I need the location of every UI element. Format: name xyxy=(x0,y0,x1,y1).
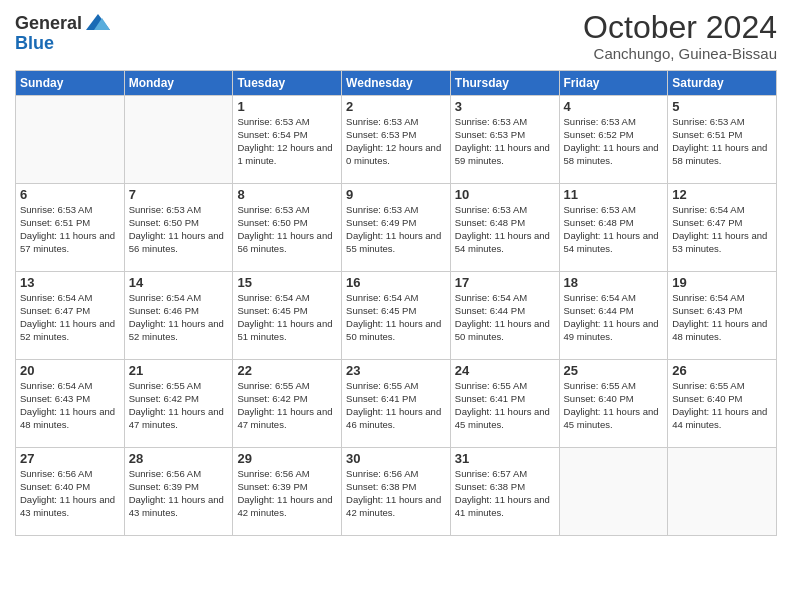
cell-line: Sunrise: 6:54 AM xyxy=(564,292,664,305)
day-number: 6 xyxy=(20,187,120,202)
cell-line: Sunset: 6:44 PM xyxy=(455,305,555,318)
logo-general-text: General xyxy=(15,14,82,34)
day-info: Sunrise: 6:54 AMSunset: 6:43 PMDaylight:… xyxy=(672,292,772,343)
table-row: 13Sunrise: 6:54 AMSunset: 6:47 PMDayligh… xyxy=(16,272,125,360)
day-info: Sunrise: 6:56 AMSunset: 6:39 PMDaylight:… xyxy=(237,468,337,519)
day-info: Sunrise: 6:53 AMSunset: 6:50 PMDaylight:… xyxy=(129,204,229,255)
day-info: Sunrise: 6:54 AMSunset: 6:44 PMDaylight:… xyxy=(564,292,664,343)
cell-line: Sunset: 6:40 PM xyxy=(564,393,664,406)
cell-line: Sunrise: 6:54 AM xyxy=(346,292,446,305)
cell-line: Sunrise: 6:53 AM xyxy=(129,204,229,217)
day-number: 15 xyxy=(237,275,337,290)
day-info: Sunrise: 6:55 AMSunset: 6:42 PMDaylight:… xyxy=(237,380,337,431)
cell-line: Daylight: 11 hours and 42 minutes. xyxy=(237,494,337,520)
cell-line: Daylight: 11 hours and 54 minutes. xyxy=(564,230,664,256)
table-row: 15Sunrise: 6:54 AMSunset: 6:45 PMDayligh… xyxy=(233,272,342,360)
day-info: Sunrise: 6:53 AMSunset: 6:51 PMDaylight:… xyxy=(20,204,120,255)
cell-line: Daylight: 12 hours and 0 minutes. xyxy=(346,142,446,168)
cell-line: Sunrise: 6:55 AM xyxy=(564,380,664,393)
day-info: Sunrise: 6:55 AMSunset: 6:41 PMDaylight:… xyxy=(346,380,446,431)
table-row xyxy=(124,96,233,184)
table-row: 7Sunrise: 6:53 AMSunset: 6:50 PMDaylight… xyxy=(124,184,233,272)
cell-line: Daylight: 11 hours and 48 minutes. xyxy=(20,406,120,432)
month-title: October 2024 xyxy=(583,10,777,45)
cell-line: Daylight: 11 hours and 56 minutes. xyxy=(237,230,337,256)
day-info: Sunrise: 6:53 AMSunset: 6:50 PMDaylight:… xyxy=(237,204,337,255)
day-number: 5 xyxy=(672,99,772,114)
cell-line: Sunrise: 6:54 AM xyxy=(20,292,120,305)
cell-line: Sunrise: 6:57 AM xyxy=(455,468,555,481)
day-info: Sunrise: 6:53 AMSunset: 6:48 PMDaylight:… xyxy=(564,204,664,255)
table-row: 30Sunrise: 6:56 AMSunset: 6:38 PMDayligh… xyxy=(342,448,451,536)
table-row xyxy=(16,96,125,184)
cell-line: Sunrise: 6:53 AM xyxy=(455,204,555,217)
table-row: 27Sunrise: 6:56 AMSunset: 6:40 PMDayligh… xyxy=(16,448,125,536)
day-info: Sunrise: 6:56 AMSunset: 6:38 PMDaylight:… xyxy=(346,468,446,519)
cell-line: Daylight: 11 hours and 47 minutes. xyxy=(237,406,337,432)
day-info: Sunrise: 6:53 AMSunset: 6:53 PMDaylight:… xyxy=(346,116,446,167)
cell-line: Sunset: 6:42 PM xyxy=(237,393,337,406)
cell-line: Daylight: 11 hours and 58 minutes. xyxy=(564,142,664,168)
day-number: 19 xyxy=(672,275,772,290)
day-number: 21 xyxy=(129,363,229,378)
cell-line: Daylight: 12 hours and 1 minute. xyxy=(237,142,337,168)
day-number: 10 xyxy=(455,187,555,202)
day-number: 31 xyxy=(455,451,555,466)
table-row: 4Sunrise: 6:53 AMSunset: 6:52 PMDaylight… xyxy=(559,96,668,184)
cell-line: Sunset: 6:39 PM xyxy=(237,481,337,494)
cell-line: Sunrise: 6:55 AM xyxy=(455,380,555,393)
cell-line: Sunset: 6:43 PM xyxy=(20,393,120,406)
cell-line: Daylight: 11 hours and 52 minutes. xyxy=(20,318,120,344)
cell-line: Sunrise: 6:53 AM xyxy=(346,204,446,217)
cell-line: Daylight: 11 hours and 43 minutes. xyxy=(20,494,120,520)
calendar-row: 1Sunrise: 6:53 AMSunset: 6:54 PMDaylight… xyxy=(16,96,777,184)
cell-line: Sunrise: 6:55 AM xyxy=(346,380,446,393)
cell-line: Daylight: 11 hours and 55 minutes. xyxy=(346,230,446,256)
table-row: 21Sunrise: 6:55 AMSunset: 6:42 PMDayligh… xyxy=(124,360,233,448)
cell-line: Sunrise: 6:53 AM xyxy=(672,116,772,129)
cell-line: Sunrise: 6:55 AM xyxy=(672,380,772,393)
cell-line: Sunset: 6:44 PM xyxy=(564,305,664,318)
cell-line: Sunrise: 6:53 AM xyxy=(237,204,337,217)
day-number: 17 xyxy=(455,275,555,290)
day-number: 24 xyxy=(455,363,555,378)
cell-line: Sunset: 6:42 PM xyxy=(129,393,229,406)
calendar-row: 27Sunrise: 6:56 AMSunset: 6:40 PMDayligh… xyxy=(16,448,777,536)
day-number: 25 xyxy=(564,363,664,378)
day-info: Sunrise: 6:55 AMSunset: 6:41 PMDaylight:… xyxy=(455,380,555,431)
cell-line: Sunset: 6:43 PM xyxy=(672,305,772,318)
cell-line: Sunset: 6:51 PM xyxy=(672,129,772,142)
col-monday: Monday xyxy=(124,71,233,96)
cell-line: Daylight: 11 hours and 49 minutes. xyxy=(564,318,664,344)
day-info: Sunrise: 6:55 AMSunset: 6:40 PMDaylight:… xyxy=(672,380,772,431)
cell-line: Sunrise: 6:56 AM xyxy=(237,468,337,481)
day-number: 14 xyxy=(129,275,229,290)
table-row: 12Sunrise: 6:54 AMSunset: 6:47 PMDayligh… xyxy=(668,184,777,272)
table-row: 24Sunrise: 6:55 AMSunset: 6:41 PMDayligh… xyxy=(450,360,559,448)
day-info: Sunrise: 6:53 AMSunset: 6:52 PMDaylight:… xyxy=(564,116,664,167)
header: General Blue October 2024 Canchungo, Gui… xyxy=(15,10,777,62)
cell-line: Daylight: 11 hours and 56 minutes. xyxy=(129,230,229,256)
day-number: 3 xyxy=(455,99,555,114)
cell-line: Sunset: 6:47 PM xyxy=(20,305,120,318)
day-number: 1 xyxy=(237,99,337,114)
cell-line: Sunrise: 6:53 AM xyxy=(564,204,664,217)
cell-line: Sunset: 6:45 PM xyxy=(346,305,446,318)
cell-line: Sunset: 6:38 PM xyxy=(455,481,555,494)
day-number: 13 xyxy=(20,275,120,290)
cell-line: Daylight: 11 hours and 53 minutes. xyxy=(672,230,772,256)
cell-line: Sunset: 6:48 PM xyxy=(564,217,664,230)
cell-line: Sunset: 6:50 PM xyxy=(129,217,229,230)
calendar-header-row: Sunday Monday Tuesday Wednesday Thursday… xyxy=(16,71,777,96)
table-row: 3Sunrise: 6:53 AMSunset: 6:53 PMDaylight… xyxy=(450,96,559,184)
logo: General Blue xyxy=(15,10,112,54)
day-number: 4 xyxy=(564,99,664,114)
cell-line: Daylight: 11 hours and 46 minutes. xyxy=(346,406,446,432)
cell-line: Sunrise: 6:55 AM xyxy=(129,380,229,393)
table-row: 2Sunrise: 6:53 AMSunset: 6:53 PMDaylight… xyxy=(342,96,451,184)
day-number: 8 xyxy=(237,187,337,202)
day-info: Sunrise: 6:54 AMSunset: 6:43 PMDaylight:… xyxy=(20,380,120,431)
cell-line: Daylight: 11 hours and 58 minutes. xyxy=(672,142,772,168)
calendar-table: Sunday Monday Tuesday Wednesday Thursday… xyxy=(15,70,777,536)
cell-line: Sunset: 6:53 PM xyxy=(346,129,446,142)
